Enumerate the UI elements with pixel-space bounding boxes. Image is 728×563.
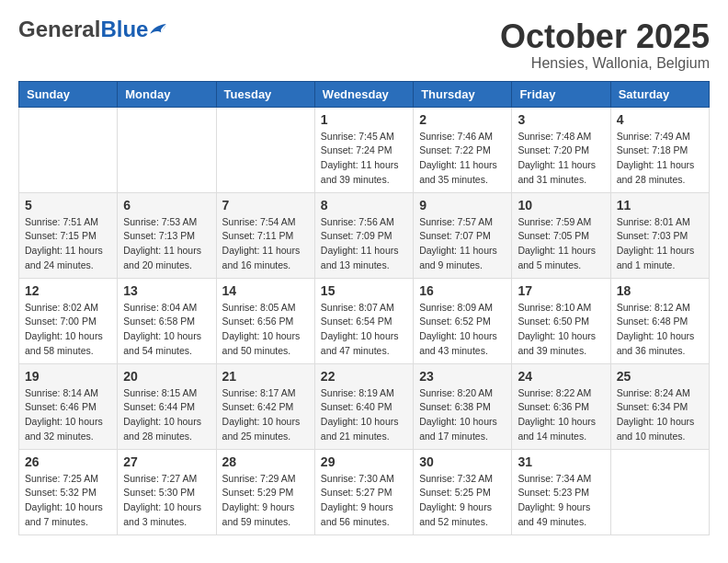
calendar-week-1: 1Sunrise: 7:45 AM Sunset: 7:24 PM Daylig… — [19, 107, 710, 192]
day-info: Sunrise: 8:09 AM Sunset: 6:52 PM Dayligh… — [419, 301, 506, 359]
day-number: 26 — [25, 454, 111, 469]
calendar-week-5: 26Sunrise: 7:25 AM Sunset: 5:32 PM Dayli… — [19, 449, 710, 534]
calendar-cell: 14Sunrise: 8:05 AM Sunset: 6:56 PM Dayli… — [216, 278, 314, 363]
calendar-cell: 27Sunrise: 7:27 AM Sunset: 5:30 PM Dayli… — [118, 449, 216, 534]
month-title: October 2025 — [500, 18, 710, 55]
calendar-cell: 30Sunrise: 7:32 AM Sunset: 5:25 PM Dayli… — [414, 449, 512, 534]
day-header-thursday: Thursday — [414, 81, 512, 107]
day-number: 28 — [222, 454, 309, 469]
day-info: Sunrise: 7:51 AM Sunset: 7:15 PM Dayligh… — [25, 215, 111, 273]
calendar-cell: 16Sunrise: 8:09 AM Sunset: 6:52 PM Dayli… — [414, 278, 512, 363]
calendar-cell: 1Sunrise: 7:45 AM Sunset: 7:24 PM Daylig… — [314, 107, 413, 192]
day-info: Sunrise: 7:29 AM Sunset: 5:29 PM Dayligh… — [222, 472, 309, 530]
calendar-cell — [216, 107, 314, 192]
day-number: 12 — [25, 283, 111, 298]
calendar-cell: 8Sunrise: 7:56 AM Sunset: 7:09 PM Daylig… — [314, 192, 413, 278]
day-number: 13 — [123, 283, 210, 298]
calendar-cell: 20Sunrise: 8:15 AM Sunset: 6:44 PM Dayli… — [118, 363, 216, 449]
day-number: 14 — [222, 283, 309, 298]
day-info: Sunrise: 7:27 AM Sunset: 5:30 PM Dayligh… — [123, 472, 210, 530]
day-number: 24 — [518, 369, 604, 384]
calendar-cell: 22Sunrise: 8:19 AM Sunset: 6:40 PM Dayli… — [314, 363, 413, 449]
calendar-header-row: SundayMondayTuesdayWednesdayThursdayFrid… — [19, 81, 710, 107]
day-number: 3 — [518, 112, 604, 127]
day-number: 22 — [321, 369, 407, 384]
calendar-cell: 3Sunrise: 7:48 AM Sunset: 7:20 PM Daylig… — [512, 107, 610, 192]
day-info: Sunrise: 7:48 AM Sunset: 7:20 PM Dayligh… — [518, 130, 604, 188]
calendar-week-3: 12Sunrise: 8:02 AM Sunset: 7:00 PM Dayli… — [19, 278, 710, 363]
day-number: 23 — [419, 369, 506, 384]
day-info: Sunrise: 8:12 AM Sunset: 6:48 PM Dayligh… — [617, 301, 703, 359]
calendar-cell: 18Sunrise: 8:12 AM Sunset: 6:48 PM Dayli… — [610, 278, 709, 363]
day-number: 16 — [419, 283, 506, 298]
day-info: Sunrise: 8:01 AM Sunset: 7:03 PM Dayligh… — [617, 215, 703, 273]
day-info: Sunrise: 8:24 AM Sunset: 6:34 PM Dayligh… — [617, 386, 703, 444]
calendar-cell: 11Sunrise: 8:01 AM Sunset: 7:03 PM Dayli… — [610, 192, 709, 278]
day-info: Sunrise: 8:19 AM Sunset: 6:40 PM Dayligh… — [321, 386, 407, 444]
day-number: 11 — [617, 198, 703, 213]
calendar-cell: 6Sunrise: 7:53 AM Sunset: 7:13 PM Daylig… — [118, 192, 216, 278]
calendar-cell — [610, 449, 709, 534]
calendar-cell: 26Sunrise: 7:25 AM Sunset: 5:32 PM Dayli… — [19, 449, 118, 534]
logo: GeneralBlue — [18, 18, 167, 40]
day-info: Sunrise: 8:22 AM Sunset: 6:36 PM Dayligh… — [518, 386, 604, 444]
calendar-cell: 13Sunrise: 8:04 AM Sunset: 6:58 PM Dayli… — [118, 278, 216, 363]
day-number: 10 — [518, 198, 604, 213]
logo-blue-text: Blue — [100, 17, 148, 41]
day-info: Sunrise: 7:32 AM Sunset: 5:25 PM Dayligh… — [419, 472, 506, 530]
day-number: 29 — [321, 454, 407, 469]
calendar-cell: 4Sunrise: 7:49 AM Sunset: 7:18 PM Daylig… — [610, 107, 709, 192]
day-number: 18 — [617, 283, 703, 298]
day-header-monday: Monday — [118, 81, 216, 107]
day-info: Sunrise: 8:17 AM Sunset: 6:42 PM Dayligh… — [222, 386, 309, 444]
day-info: Sunrise: 8:20 AM Sunset: 6:38 PM Dayligh… — [419, 386, 506, 444]
day-number: 27 — [123, 454, 210, 469]
title-block: October 2025 Hensies, Wallonia, Belgium — [500, 18, 710, 72]
day-info: Sunrise: 8:04 AM Sunset: 6:58 PM Dayligh… — [123, 301, 210, 359]
day-number: 19 — [25, 369, 111, 384]
logo-bird-icon — [149, 22, 167, 37]
day-info: Sunrise: 8:05 AM Sunset: 6:56 PM Dayligh… — [222, 301, 309, 359]
day-number: 8 — [321, 198, 407, 213]
day-info: Sunrise: 7:49 AM Sunset: 7:18 PM Dayligh… — [617, 130, 703, 188]
calendar-cell: 25Sunrise: 8:24 AM Sunset: 6:34 PM Dayli… — [610, 363, 709, 449]
day-number: 9 — [419, 198, 506, 213]
calendar-cell: 24Sunrise: 8:22 AM Sunset: 6:36 PM Dayli… — [512, 363, 610, 449]
day-number: 1 — [321, 112, 407, 127]
day-info: Sunrise: 8:02 AM Sunset: 7:00 PM Dayligh… — [25, 301, 111, 359]
day-info: Sunrise: 8:14 AM Sunset: 6:46 PM Dayligh… — [25, 386, 111, 444]
day-number: 15 — [321, 283, 407, 298]
day-info: Sunrise: 8:15 AM Sunset: 6:44 PM Dayligh… — [123, 386, 210, 444]
calendar-cell — [118, 107, 216, 192]
calendar-cell: 15Sunrise: 8:07 AM Sunset: 6:54 PM Dayli… — [314, 278, 413, 363]
calendar-cell: 23Sunrise: 8:20 AM Sunset: 6:38 PM Dayli… — [414, 363, 512, 449]
calendar-cell: 9Sunrise: 7:57 AM Sunset: 7:07 PM Daylig… — [414, 192, 512, 278]
day-number: 25 — [617, 369, 703, 384]
calendar-cell: 21Sunrise: 8:17 AM Sunset: 6:42 PM Dayli… — [216, 363, 314, 449]
logo-general-text: General — [18, 17, 100, 41]
calendar-cell — [19, 107, 118, 192]
day-header-saturday: Saturday — [610, 81, 709, 107]
calendar-cell: 29Sunrise: 7:30 AM Sunset: 5:27 PM Dayli… — [314, 449, 413, 534]
day-info: Sunrise: 7:46 AM Sunset: 7:22 PM Dayligh… — [419, 130, 506, 188]
day-number: 5 — [25, 198, 111, 213]
calendar-week-2: 5Sunrise: 7:51 AM Sunset: 7:15 PM Daylig… — [19, 192, 710, 278]
calendar-cell: 17Sunrise: 8:10 AM Sunset: 6:50 PM Dayli… — [512, 278, 610, 363]
day-info: Sunrise: 7:45 AM Sunset: 7:24 PM Dayligh… — [321, 130, 407, 188]
day-header-sunday: Sunday — [19, 81, 118, 107]
day-header-friday: Friday — [512, 81, 610, 107]
calendar-cell: 10Sunrise: 7:59 AM Sunset: 7:05 PM Dayli… — [512, 192, 610, 278]
day-number: 20 — [123, 369, 210, 384]
day-number: 17 — [518, 283, 604, 298]
calendar-week-4: 19Sunrise: 8:14 AM Sunset: 6:46 PM Dayli… — [19, 363, 710, 449]
day-number: 6 — [123, 198, 210, 213]
day-info: Sunrise: 7:54 AM Sunset: 7:11 PM Dayligh… — [222, 215, 309, 273]
day-number: 21 — [222, 369, 309, 384]
day-number: 2 — [419, 112, 506, 127]
day-info: Sunrise: 7:53 AM Sunset: 7:13 PM Dayligh… — [123, 215, 210, 273]
day-header-tuesday: Tuesday — [216, 81, 314, 107]
day-number: 4 — [617, 112, 703, 127]
day-info: Sunrise: 7:30 AM Sunset: 5:27 PM Dayligh… — [321, 472, 407, 530]
calendar-cell: 31Sunrise: 7:34 AM Sunset: 5:23 PM Dayli… — [512, 449, 610, 534]
day-info: Sunrise: 7:57 AM Sunset: 7:07 PM Dayligh… — [419, 215, 506, 273]
